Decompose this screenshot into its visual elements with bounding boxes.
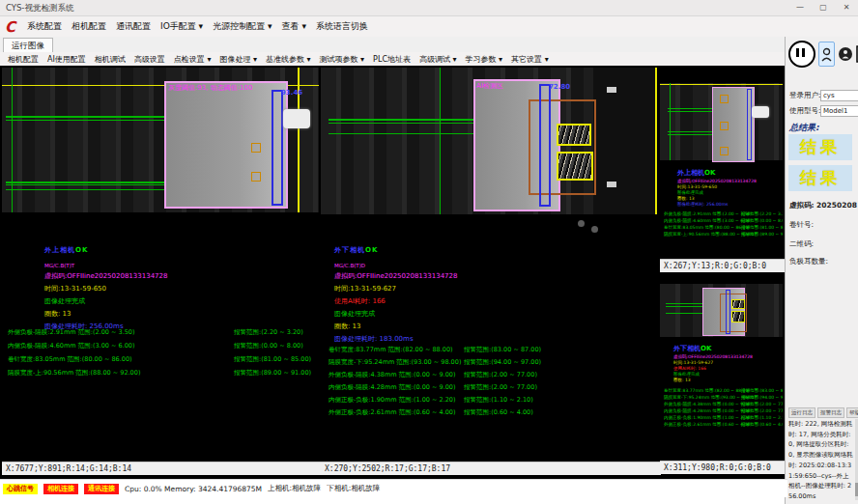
left-camera-view[interactable]: 灰度阈值:93, 动态阈值:100 93.46 外上相机OK MG/C.B(T)… bbox=[2, 68, 319, 462]
camera-result-title: 外下相机OK bbox=[673, 344, 711, 353]
toolbar-item-camera-debug[interactable]: 相机调试 bbox=[95, 54, 126, 65]
maximize-button[interactable]: ▢ bbox=[812, 0, 835, 15]
measurement-row: 卷针宽度:83.77mm 范围:(82.00 ~ 88.00) bbox=[664, 388, 750, 393]
toolbar-item-advanced-debug[interactable]: 高级调试 ▾ bbox=[419, 54, 457, 65]
camera-name: 外下相机 bbox=[673, 345, 701, 352]
minimize-button[interactable]: — bbox=[788, 0, 812, 15]
cpu-memory-status: Cpu: 0.0% Memory: 3424.41796875M bbox=[125, 485, 262, 493]
menu-item-io-config[interactable]: IO手配置 ▾ bbox=[160, 20, 203, 33]
pause-button[interactable] bbox=[788, 41, 815, 68]
side-panel: 登录用户: cys 使用型号: Model1 总结果: 结果 结果 虚拟码: 2… bbox=[785, 37, 858, 504]
toolbar-item-test-params[interactable]: 测试项参数 ▾ bbox=[320, 54, 365, 65]
alarm-range: 报警范围:(0.60 ~ 4.00) bbox=[741, 422, 783, 427]
login-user-value[interactable]: cys bbox=[820, 90, 858, 101]
alarm-range: 报警范围:(89.00 ~ 91.00) bbox=[741, 232, 783, 237]
toolbar-item-advanced-settings[interactable]: 高级设置 bbox=[134, 54, 165, 65]
control-button-row bbox=[788, 41, 858, 68]
menu-item-view[interactable]: 查看 ▾ bbox=[282, 20, 306, 33]
toolbar-item-plc-table[interactable]: PLC地址表 bbox=[373, 54, 411, 65]
virtual-code-line: 虚拟码:OFFIIine20250208133134728 bbox=[334, 271, 457, 281]
measure-line bbox=[668, 108, 712, 109]
measurement-value: 外侧负极-隔膜:4.38mm 范围:(0.00 ~ 9.00) bbox=[329, 371, 456, 378]
title-bar: CYS-视觉检测系统 — ▢ ✕ bbox=[0, 0, 858, 16]
weld-mark-box bbox=[731, 311, 745, 322]
alarm-range: 报警范围:(89.00 ~ 91.00) bbox=[234, 369, 311, 378]
tab-run-image[interactable]: 运行图像 bbox=[3, 38, 53, 53]
measure-roi-box bbox=[726, 290, 730, 334]
menu-item-comm-config[interactable]: 通讯配置 bbox=[116, 20, 151, 33]
upper-camera-status: 上相机:相机故障 bbox=[268, 484, 321, 493]
process-status-line: 图像处理完成 bbox=[44, 296, 85, 306]
measure-roi-box bbox=[272, 90, 283, 206]
middle-camera-view[interactable]: AI检测区 72.80 外下相机OK MG/C.B(T)D 虚拟码:OFFIIi… bbox=[321, 68, 657, 462]
toolbar-item-learning-params[interactable]: 学习参数 ▾ bbox=[466, 54, 503, 65]
feature-mark-box bbox=[720, 122, 729, 130]
measure-line bbox=[6, 184, 164, 185]
model-value[interactable]: Model1 bbox=[820, 105, 858, 117]
close-button[interactable]: ✕ bbox=[835, 0, 858, 15]
toolbar-item-ai-config[interactable]: AI使用配置 bbox=[47, 54, 86, 65]
toolbar-item-spot-check[interactable]: 点检设置 ▾ bbox=[174, 54, 212, 65]
menu-item-camera-config[interactable]: 相机配置 bbox=[72, 20, 106, 33]
mini-view-top[interactable]: 外上相机OK 虚拟码:OFFIIine20250208133134728 时间:… bbox=[660, 71, 783, 259]
camera-sub-label: MG/C.B(T)D bbox=[334, 263, 365, 268]
measurement-row: 外侧正极-负极:2.61mm 范围:(0.60 ~ 4.00) bbox=[664, 422, 752, 427]
log-tab-run[interactable]: 运行日志 bbox=[788, 407, 815, 418]
measurement-value: 卷针宽度:83.77mm 范围:(82.00 ~ 88.00) bbox=[329, 346, 453, 353]
camera-name: 外上相机 bbox=[44, 246, 75, 254]
feature-mark-box bbox=[251, 172, 261, 182]
ai-elapsed-line: 使用AI耗时: 166 bbox=[673, 366, 706, 371]
comm-connection-badge: 通讯连接 bbox=[84, 484, 119, 494]
weld-mark-box bbox=[557, 152, 593, 181]
toolbar-item-image-process[interactable]: 图像处理 ▾ bbox=[219, 54, 257, 65]
left-view-coordinate-bar: X:7677;Y:891;R:14;G:14;B:14 bbox=[2, 462, 323, 475]
log-tab-help[interactable]: 帮助日志 bbox=[846, 407, 858, 418]
alarm-range: 报警范围:(1.10 ~ 2.10) bbox=[741, 415, 783, 420]
camera-result-title: 外下相机OK bbox=[334, 245, 378, 255]
operator-button[interactable] bbox=[838, 44, 852, 64]
cycle-count-line: 圈数: 13 bbox=[677, 196, 695, 201]
virtual-code-field: 虚拟码: 20250208 bbox=[789, 201, 857, 210]
feature-mark-box bbox=[720, 95, 729, 103]
alarm-range: 报警范围:(83.00 ~ 87.00) bbox=[464, 346, 541, 354]
edge-line-vertical bbox=[12, 68, 13, 212]
log-tab-strip: 运行日志 报警日志 帮助日志 bbox=[788, 407, 858, 418]
toolbar-item-other-settings[interactable]: 其它设置 ▾ bbox=[511, 54, 549, 65]
measurement-row: 外侧负极-隔膜:4.38mm 范围:(0.00 ~ 9.00) bbox=[664, 402, 752, 406]
menu-item-light-config[interactable]: 光源控制配置 ▾ bbox=[213, 20, 272, 33]
measure-line bbox=[6, 182, 164, 183]
operator-icon bbox=[839, 47, 852, 61]
toolbar-item-camera-config[interactable]: 相机配置 bbox=[8, 54, 39, 65]
measurement-row: 卷针宽度:83.05mm 范围:(80.00 ~ 86.00) bbox=[8, 355, 132, 364]
time-line: 时间:13-31-59-650 bbox=[44, 284, 106, 294]
user-login-button[interactable] bbox=[818, 42, 835, 67]
toolbar-item-baseline-params[interactable]: 基准线参数 ▾ bbox=[266, 54, 311, 65]
log-text: 耗时: 222, 网络检测耗时: 17, 网络分类耗时: 0, 网络提取分区耗时… bbox=[788, 419, 854, 502]
middle-view-coordinate-bar: X:270;Y:2502;R:17;G:17;B:17 bbox=[321, 462, 661, 475]
application-window: CYS-视觉检测系统 — ▢ ✕ C 系统配置 相机配置 通讯配置 IO手配置 … bbox=[0, 0, 858, 504]
menu-item-system-config[interactable]: 系统配置 bbox=[27, 20, 62, 33]
menu-item-language-switch[interactable]: 系统语言切换 bbox=[316, 20, 368, 33]
alarm-range: 报警范围:(2.00 ~ 77.00) bbox=[464, 383, 537, 392]
mini-view-bottom[interactable]: 外下相机OK 虚拟码:OFFIIine20250208133134728 时间:… bbox=[660, 274, 783, 461]
alarm-range: 报警范围:(81.00 ~ 85.00) bbox=[741, 225, 783, 230]
time-line: 时间:13-31-59-650 bbox=[677, 184, 717, 189]
measurement-row: 外侧负极-隔膜:2.91mm 范围:(2.00 ~ 3.50) bbox=[8, 328, 135, 337]
measurement-row: 内侧负极-隔膜:4.28mm 范围:(0.00 ~ 9.00) bbox=[664, 408, 752, 413]
elapsed-line: 图像处理耗时: 256.00ms bbox=[677, 202, 728, 207]
measurement-row: 外侧正极-负极:2.61mm 范围:(0.60 ~ 4.00) bbox=[329, 408, 456, 417]
measurement-row: 内侧正极-负极:1.90mm 范围:(1.00 ~ 2.20) bbox=[329, 396, 456, 405]
measurement-value: 卷针宽度:83.05mm 范围:(80.00 ~ 86.00) bbox=[8, 355, 132, 363]
measurement-row: 隔膜宽度-下:95.24mm 范围:(93.00 ~ 98.00) bbox=[329, 358, 461, 367]
measure-line bbox=[668, 131, 712, 132]
measurement-value: 外侧负极-隔膜:2.91mm 范围:(2.00 ~ 3.50) bbox=[8, 328, 135, 336]
measure-roi-box bbox=[747, 89, 752, 160]
virtual-code-line: 虚拟码:OFFIIine20250208133134728 bbox=[673, 354, 753, 359]
feature-mark-box bbox=[720, 147, 729, 155]
edge-line-vertical bbox=[440, 68, 441, 214]
window-title: CYS-视觉检测系统 bbox=[0, 3, 73, 13]
app-logo-icon: C bbox=[5, 18, 15, 36]
log-tab-alarm[interactable]: 报警日志 bbox=[817, 407, 844, 418]
measure-line bbox=[666, 313, 702, 314]
measure-roi-box bbox=[539, 84, 551, 207]
